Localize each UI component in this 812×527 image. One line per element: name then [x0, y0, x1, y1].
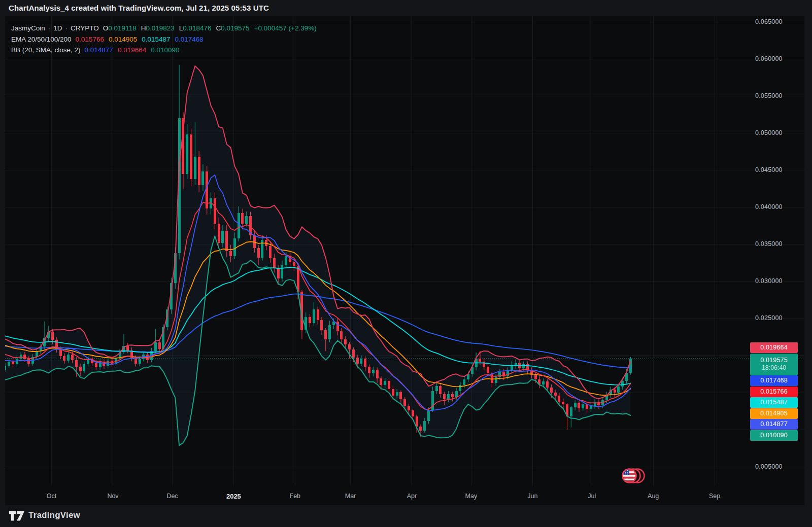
candle-body — [590, 406, 592, 409]
candle-body — [380, 378, 382, 385]
ohlc-value: 0.019575 — [221, 24, 249, 32]
candle-body — [522, 364, 525, 368]
bb-values: 0.0148770.0196640.010090 — [85, 46, 184, 54]
candle-body — [376, 370, 379, 379]
price-level-badge: 0.019664 — [750, 342, 798, 353]
candle-body — [218, 224, 220, 243]
bb-value: 0.014877 — [85, 46, 113, 54]
candle-body — [257, 248, 260, 258]
symbol-name[interactable]: JasmyCoin — [11, 24, 45, 32]
candle-body — [570, 407, 572, 416]
ohlc-value: 0.019118 — [108, 24, 136, 32]
bb-value: 0.010090 — [151, 46, 179, 54]
time-tick-label: May — [457, 493, 485, 500]
candle-body — [479, 359, 481, 362]
bb-indicator-label[interactable]: BB (20, SMA, close, 2) — [11, 46, 81, 54]
candle-body — [293, 262, 295, 267]
ohlc-value: 0.018476 — [183, 24, 211, 32]
candle-body — [79, 367, 82, 371]
candle-body — [534, 375, 537, 379]
interval-label[interactable]: 1D — [53, 24, 62, 32]
candle-body — [134, 359, 137, 364]
candle-body — [558, 396, 560, 402]
candle-body — [614, 390, 616, 393]
legend-ema-row: EMA 20/50/100/2000.0157660.0149050.01548… — [11, 34, 321, 45]
candle-body — [550, 388, 553, 393]
ema-value: 0.014905 — [109, 36, 137, 43]
candle-body — [229, 251, 232, 256]
candle-body — [221, 231, 224, 242]
tradingview-brand-text[interactable]: TradingView — [28, 510, 80, 520]
candle-body — [328, 325, 331, 339]
candle-body — [285, 256, 287, 265]
candle-body — [360, 359, 362, 364]
candle-body — [574, 403, 577, 407]
us-flag-event-marker[interactable] — [623, 469, 645, 483]
candle-body — [392, 389, 394, 396]
candle-body — [562, 402, 564, 405]
candle-body — [408, 406, 410, 410]
candle-body — [546, 381, 549, 388]
price-tick-label: 0.055000 — [755, 92, 801, 100]
bb-value: 0.019664 — [118, 46, 146, 54]
price-level-badge: 0.014905 — [750, 408, 798, 419]
time-tick-label: Sep — [700, 493, 729, 500]
price-tick-label: 0.065000 — [755, 18, 801, 26]
price-level-badge: 0.014877 — [750, 419, 798, 430]
time-tick-label: Dec — [158, 493, 187, 500]
candle-body — [317, 309, 319, 320]
candle-body — [455, 391, 458, 397]
candle-body — [75, 360, 78, 367]
candle-body — [194, 157, 196, 179]
candle-body — [71, 355, 74, 360]
candle-body — [388, 381, 390, 389]
candle-body — [463, 379, 465, 385]
candle-body — [158, 342, 161, 349]
price-tick-label: 0.005000 — [755, 463, 801, 471]
bar-countdown: 18:06:40 — [750, 364, 798, 372]
candle-body — [27, 359, 30, 364]
candle-body — [368, 367, 370, 373]
candle-body — [364, 359, 366, 367]
ema-indicator-label[interactable]: EMA 20/50/100/200 — [11, 36, 72, 43]
candle-body — [186, 134, 188, 173]
candle-body — [198, 157, 200, 185]
price-tick-label: 0.060000 — [755, 55, 801, 63]
candle-body — [621, 381, 624, 387]
tradingview-logo-icon[interactable] — [8, 510, 25, 522]
price-chart-canvas[interactable] — [5, 16, 804, 505]
candle-body — [399, 392, 402, 400]
time-tick-label: Aug — [639, 493, 667, 500]
candle-body — [372, 370, 375, 373]
candle-body — [447, 394, 450, 399]
candle-body — [431, 391, 434, 410]
market-label: CRYPTO — [71, 24, 99, 32]
price-level-badge: 0.017468 — [750, 375, 798, 386]
candle-body — [515, 363, 517, 365]
candle-body — [59, 349, 62, 356]
candle-body — [403, 399, 406, 406]
time-tick-label: Jun — [518, 493, 547, 500]
candle-body — [233, 238, 236, 256]
time-tick-label: Apr — [397, 493, 426, 500]
ohlc-value: 0.019823 — [146, 24, 174, 32]
time-tick-label: Oct — [38, 493, 66, 500]
candle-body — [340, 331, 343, 339]
candle-body — [126, 346, 129, 350]
candle-body — [554, 393, 557, 396]
candle-body — [320, 320, 323, 330]
candle-body — [578, 403, 580, 408]
price-tick-label: 0.030000 — [755, 277, 801, 285]
candle-body — [201, 171, 204, 185]
candle-body — [506, 370, 509, 376]
footer-bar: TradingView — [0, 505, 812, 527]
candle-body — [154, 342, 157, 352]
bollinger-fill — [5, 66, 630, 445]
candle-body — [324, 330, 327, 339]
price-tick-label: 0.040000 — [755, 203, 801, 211]
time-tick-label: Nov — [99, 493, 127, 500]
chart-pane[interactable]: JasmyCoin·1D·CRYPTOO0.019118H0.019823L0.… — [5, 16, 804, 505]
price-change: +0.000457 (+2.39%) — [254, 24, 317, 32]
candle-body — [83, 364, 85, 371]
candle-body — [419, 427, 422, 430]
